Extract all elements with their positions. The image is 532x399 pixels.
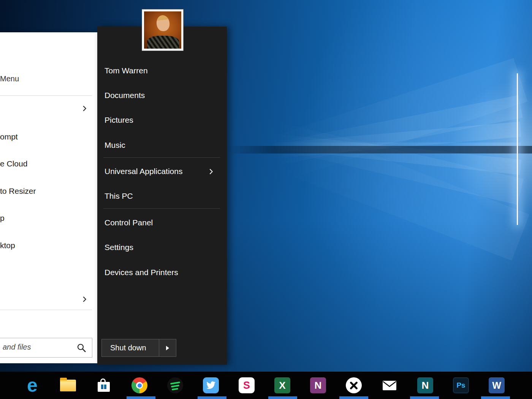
- menu-item-this-pc[interactable]: This PC: [104, 190, 222, 202]
- taskbar-icon-edge[interactable]: e: [24, 377, 41, 394]
- taskbar-icon-onenote[interactable]: N: [310, 377, 326, 394]
- nextgen-reader-icon: N: [417, 377, 433, 393]
- taskbar-icon-photoshop[interactable]: Ps: [453, 377, 469, 394]
- menu-item[interactable]: p: [0, 212, 93, 224]
- onenote-icon: N: [310, 377, 326, 393]
- twitter-bird-icon: [203, 377, 219, 393]
- taskbar-icon-xbox[interactable]: [345, 377, 362, 394]
- taskbar-icon-mail[interactable]: [381, 377, 398, 394]
- menu-item-devices-and-printers[interactable]: Devices and Printers: [104, 266, 222, 279]
- mail-envelope-icon: [382, 380, 397, 391]
- chevron-right-icon: [209, 168, 213, 175]
- menu-item-documents[interactable]: Documents: [104, 89, 222, 101]
- divider: [103, 157, 220, 158]
- taskbar-icon-nextgen-reader[interactable]: N: [417, 377, 434, 394]
- taskbar-icon-twitter[interactable]: [203, 377, 219, 394]
- search-placeholder: and files: [3, 343, 31, 352]
- taskbar-icon-word[interactable]: W: [488, 377, 505, 394]
- menu-item-universal-applications[interactable]: Universal Applications: [104, 165, 222, 177]
- taskbar-peek: [410, 396, 439, 399]
- menu-item-control-panel[interactable]: Control Panel: [104, 217, 222, 229]
- shutdown-label: Shut down: [102, 344, 159, 352]
- divider: [0, 95, 92, 96]
- menu-title: Menu: [0, 74, 19, 83]
- taskbar-peek: [268, 396, 297, 399]
- user-avatar[interactable]: [142, 9, 184, 51]
- shutdown-options-arrow[interactable]: [159, 339, 176, 356]
- divider: [103, 208, 220, 209]
- taskbar-peek: [339, 396, 368, 399]
- photoshop-icon: Ps: [453, 377, 469, 393]
- chrome-icon: [131, 377, 147, 393]
- user-name[interactable]: Tom Warren: [104, 65, 222, 77]
- folder-icon: [60, 380, 76, 391]
- taskbar-peek: [481, 396, 510, 399]
- word-icon: W: [489, 377, 505, 393]
- edge-icon: e: [27, 377, 38, 394]
- xbox-icon: [346, 377, 362, 393]
- menu-item-music[interactable]: Music: [104, 139, 222, 151]
- slack-icon: S: [239, 377, 255, 393]
- search-icon[interactable]: [77, 343, 87, 353]
- taskbar-icon-chrome[interactable]: [131, 377, 148, 394]
- menu-item-pictures[interactable]: Pictures: [104, 114, 222, 126]
- chevron-right-icon: [82, 105, 87, 112]
- taskbar-icon-spotify[interactable]: [167, 377, 184, 394]
- menu-item[interactable]: ompt: [0, 131, 93, 142]
- menu-item[interactable]: e Cloud: [0, 158, 93, 169]
- taskbar-peek: [198, 396, 226, 399]
- shutdown-button[interactable]: Shut down: [101, 339, 176, 357]
- taskbar-icon-file-explorer[interactable]: [60, 377, 76, 394]
- user-avatar-photo: [144, 11, 181, 49]
- taskbar-icon-store[interactable]: [95, 377, 112, 394]
- spotify-icon: [167, 377, 183, 393]
- taskbar: e S X N: [0, 372, 532, 399]
- taskbar-icon-slack[interactable]: S: [238, 377, 255, 394]
- search-box[interactable]: and files: [0, 338, 92, 358]
- triangle-right-icon: [166, 346, 169, 350]
- taskbar-icon-excel[interactable]: X: [274, 377, 291, 394]
- menu-item[interactable]: ktop: [0, 240, 93, 251]
- divider: [0, 310, 92, 310]
- start-menu-right-panel: Tom Warren Documents Pictures Music Univ…: [97, 27, 227, 365]
- chevron-right-icon: [82, 296, 87, 302]
- start-menu-left-panel: Menu ompt e Cloud to Resizer p ktop and …: [0, 32, 97, 363]
- excel-icon: X: [274, 377, 290, 393]
- menu-item[interactable]: to Resizer: [0, 185, 93, 197]
- menu-item-settings[interactable]: Settings: [104, 241, 222, 253]
- store-bag-icon: [97, 378, 110, 392]
- menu-item-submenu[interactable]: [0, 293, 93, 305]
- menu-item-submenu[interactable]: [0, 103, 93, 114]
- taskbar-peek: [127, 396, 155, 399]
- desktop: Menu ompt e Cloud to Resizer p ktop and …: [0, 0, 532, 399]
